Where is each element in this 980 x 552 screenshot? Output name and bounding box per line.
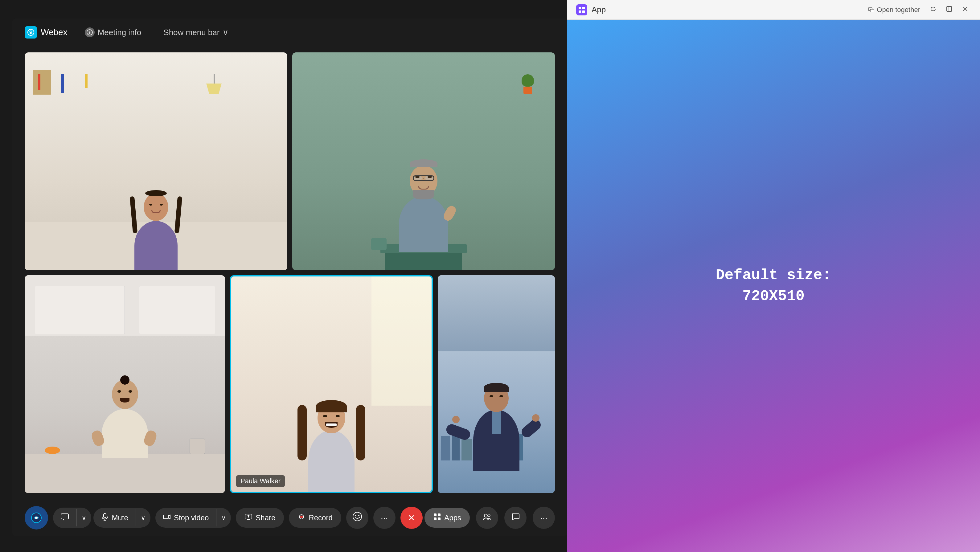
chat-bubble-icon xyxy=(511,512,520,523)
refresh-button[interactable] xyxy=(928,3,939,16)
svg-rect-24 xyxy=(582,7,585,9)
participant-video-2[interactable] xyxy=(292,52,555,270)
video-chevron-icon: ∨ xyxy=(221,514,226,522)
meeting-info-button[interactable]: i Meeting info xyxy=(80,25,146,40)
mute-main[interactable]: Mute xyxy=(94,508,136,528)
mute-chevron-icon: ∨ xyxy=(141,514,145,522)
svg-point-13 xyxy=(300,515,303,518)
svg-point-1 xyxy=(30,32,32,34)
more-dots-icon: ··· xyxy=(381,513,388,523)
share-button[interactable]: Share xyxy=(236,508,284,528)
video-grid: Paula Walker xyxy=(12,46,567,499)
video-row-1 xyxy=(25,52,555,270)
webex-icon xyxy=(25,26,37,38)
meeting-info-icon: i xyxy=(85,27,95,37)
webex-label: Webex xyxy=(41,27,67,37)
show-menu-bar-button[interactable]: Show menu bar ∨ xyxy=(159,25,233,40)
chat-dropdown[interactable]: ∨ xyxy=(76,509,91,527)
svg-rect-25 xyxy=(579,11,581,13)
svg-text:i: i xyxy=(89,30,90,35)
svg-rect-10 xyxy=(163,515,168,519)
chat-icon xyxy=(60,512,69,523)
emoji-icon xyxy=(352,511,363,524)
participant-video-3[interactable] xyxy=(25,275,225,493)
refresh-icon xyxy=(930,6,936,14)
mic-icon xyxy=(101,513,109,523)
svg-rect-28 xyxy=(870,9,874,12)
apps-button[interactable]: Apps xyxy=(425,508,470,528)
app-panel-content: Default size: 720X510 xyxy=(567,20,980,552)
svg-rect-20 xyxy=(438,517,441,520)
svg-point-21 xyxy=(484,514,487,517)
top-bar: Webex i Meeting info Show menu bar ∨ xyxy=(12,19,567,46)
mute-label: Mute xyxy=(112,514,128,522)
chevron-down-icon: ∨ xyxy=(223,28,228,37)
chevron-down-icon: ∨ xyxy=(82,514,86,522)
more-options-right-button[interactable]: ··· xyxy=(533,507,555,529)
record-label: Record xyxy=(309,514,332,522)
record-button[interactable]: Record xyxy=(289,508,341,528)
open-together-button[interactable]: Open together xyxy=(865,3,923,16)
stop-video-dropdown[interactable]: ∨ xyxy=(216,509,231,527)
mute-dropdown[interactable]: ∨ xyxy=(136,509,150,527)
chat-button-split[interactable]: ∨ xyxy=(53,507,91,528)
participant-video-4-active[interactable]: Paula Walker xyxy=(230,275,433,493)
control-bar-center: Mute ∨ Stop video xyxy=(94,507,423,529)
default-size-line2: 720X510 xyxy=(716,286,831,307)
chat-main[interactable] xyxy=(53,507,76,528)
ai-assistant-button[interactable] xyxy=(25,506,48,530)
svg-point-15 xyxy=(355,515,356,516)
webex-window: Webex i Meeting info Show menu bar ∨ xyxy=(12,19,567,536)
app-panel-actions: Open together xyxy=(865,3,971,16)
show-menu-label: Show menu bar xyxy=(163,28,220,37)
participants-button[interactable] xyxy=(476,507,498,529)
maximize-panel-button[interactable] xyxy=(943,3,955,16)
meeting-info-label: Meeting info xyxy=(98,28,142,37)
apps-grid-icon xyxy=(433,513,441,523)
more-options-button[interactable]: ··· xyxy=(373,507,396,529)
app-panel-title-text: App xyxy=(592,5,606,14)
svg-point-14 xyxy=(353,512,362,521)
svg-point-16 xyxy=(358,515,360,516)
svg-rect-19 xyxy=(434,517,436,520)
open-together-label: Open together xyxy=(877,6,920,14)
participant-video-5[interactable] xyxy=(438,275,555,493)
end-call-button[interactable]: ✕ xyxy=(401,507,423,529)
webex-logo: Webex xyxy=(25,26,67,38)
share-icon xyxy=(245,513,253,523)
svg-rect-26 xyxy=(582,11,585,13)
close-panel-button[interactable] xyxy=(960,3,971,16)
svg-rect-23 xyxy=(579,7,581,9)
mute-button-split[interactable]: Mute ∨ xyxy=(94,508,150,528)
stop-video-label: Stop video xyxy=(174,514,209,522)
close-icon xyxy=(962,6,968,14)
participant-video-1[interactable] xyxy=(25,52,287,270)
svg-rect-18 xyxy=(438,514,441,516)
svg-rect-17 xyxy=(434,514,436,516)
end-call-icon: ✕ xyxy=(408,513,415,523)
stop-video-main[interactable]: Stop video xyxy=(155,508,216,528)
video-icon xyxy=(163,513,171,523)
chat-only-button[interactable] xyxy=(504,507,527,529)
control-bar-right: Apps xyxy=(425,507,555,529)
app-panel: App Open together xyxy=(567,0,980,552)
app-panel-app-icon xyxy=(576,4,587,16)
video-row-2: Paula Walker xyxy=(25,275,555,493)
svg-point-22 xyxy=(488,514,490,517)
svg-rect-7 xyxy=(103,514,106,518)
apps-label: Apps xyxy=(444,514,461,522)
default-size-text: Default size: 720X510 xyxy=(716,265,831,306)
svg-rect-29 xyxy=(947,6,951,11)
emoji-reaction-button[interactable] xyxy=(346,507,368,529)
record-icon xyxy=(298,513,305,523)
stop-video-button-split[interactable]: Stop video ∨ xyxy=(155,508,231,528)
more-horizontal-icon: ··· xyxy=(540,513,547,523)
control-bar: ∨ Mute xyxy=(12,499,567,536)
maximize-icon xyxy=(946,6,952,14)
svg-point-5 xyxy=(35,517,38,519)
app-panel-title-group: App xyxy=(576,4,606,16)
app-panel-header: App Open together xyxy=(567,0,980,20)
participants-icon xyxy=(483,512,492,523)
control-bar-left: ∨ xyxy=(25,506,91,530)
participant-name-paula: Paula Walker xyxy=(236,475,285,487)
